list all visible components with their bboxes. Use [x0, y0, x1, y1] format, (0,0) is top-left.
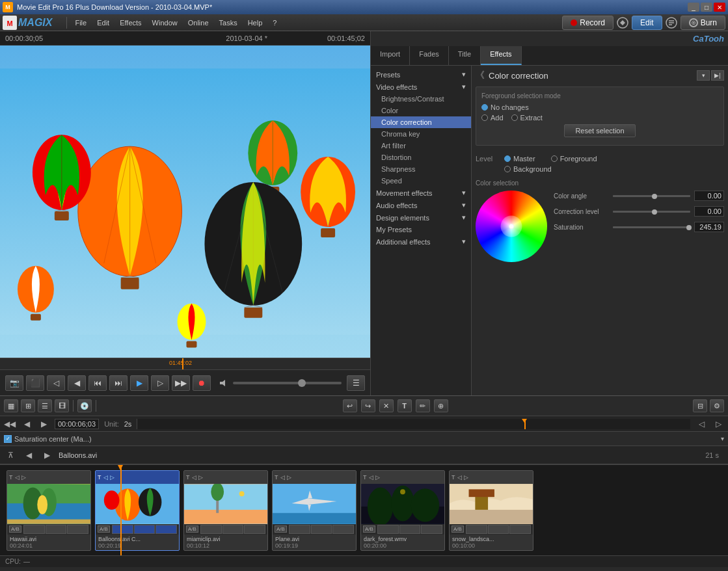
prev-btn[interactable]: ◀: [68, 375, 86, 391]
snap-btn[interactable]: ⊟: [693, 399, 707, 412]
radio-extract[interactable]: Extract: [511, 114, 543, 122]
saturation-slider[interactable]: [613, 226, 690, 228]
tab-import[interactable]: Import: [371, 46, 410, 65]
kf-ruler[interactable]: [137, 419, 690, 429]
reset-selection-button[interactable]: Reset selection: [564, 124, 635, 137]
next-frame-btn[interactable]: ▷: [151, 375, 169, 391]
clip-header-hawaii: T ◁ ▷: [7, 471, 90, 484]
prev-frame-btn[interactable]: ◁: [47, 375, 65, 391]
mouse-btn[interactable]: ⊕: [434, 399, 448, 412]
clip-balloons[interactable]: T ◁ ▷ A/B: [95, 470, 180, 551]
color-wheel-dot[interactable]: [509, 224, 514, 229]
sidebar-item-chroma-key[interactable]: Chroma key: [371, 128, 471, 140]
design-elements-group[interactable]: Design elements ▾: [371, 211, 471, 224]
movement-effects-group[interactable]: Movement effects ▾: [371, 187, 471, 199]
settings-btn[interactable]: ⚙: [710, 399, 724, 412]
my-presets-group[interactable]: My Presets: [371, 224, 471, 235]
menu-online[interactable]: Online: [183, 18, 214, 28]
menu-effects[interactable]: Effects: [115, 18, 146, 28]
menu-tasks[interactable]: Tasks: [214, 18, 243, 28]
scrubber-bar[interactable]: 01:45:02: [0, 358, 370, 369]
record-icon: [616, 16, 629, 29]
correction-level-slider[interactable]: [613, 211, 690, 213]
menu-question[interactable]: ?: [267, 18, 282, 28]
menu-file[interactable]: File: [70, 18, 92, 28]
menu-help[interactable]: Help: [243, 18, 268, 28]
sat-dropdown-btn[interactable]: ▾: [721, 435, 724, 442]
sat-checkbox[interactable]: ✓: [4, 435, 12, 443]
saturation-thumb[interactable]: [686, 225, 692, 230]
camera-btn[interactable]: 📷: [5, 375, 23, 391]
sidebar-item-brightness[interactable]: Brightness/Contrast: [371, 93, 471, 105]
volume-thumb[interactable]: [298, 379, 306, 387]
sidebar-item-art-filter[interactable]: Art filter: [371, 140, 471, 152]
cc-dropdown-arrows: ▾ ▶|: [697, 70, 724, 81]
clip-plane[interactable]: T ◁ ▷ A/B: [272, 470, 357, 551]
kf-scroll-right-btn[interactable]: ▷: [712, 418, 724, 430]
back-btn[interactable]: ⏮: [88, 375, 107, 391]
clip-snow[interactable]: T ◁ ▷ A/B: [449, 470, 533, 551]
svg-rect-39: [7, 519, 90, 524]
tab-title[interactable]: Title: [449, 46, 481, 65]
sidebar-item-speed[interactable]: Speed: [371, 175, 471, 187]
effects-disc-btn[interactable]: 💿: [77, 399, 92, 412]
additional-effects-group[interactable]: Additional effects ▾: [371, 235, 471, 248]
clip-hawaii[interactable]: T ◁ ▷ A/B: [7, 470, 91, 551]
camera-view-btn[interactable]: 🎞: [55, 399, 69, 412]
nav-collapse-btn[interactable]: ⊼: [4, 449, 17, 461]
text-btn[interactable]: T: [398, 399, 412, 412]
radio-foreground[interactable]: Foreground: [551, 155, 597, 163]
kf-back-btn[interactable]: ◀◀: [4, 418, 16, 430]
burn-button[interactable]: ◎ Burn: [681, 16, 725, 30]
list-view-btn[interactable]: ☰: [38, 399, 52, 412]
end-btn[interactable]: ⏭: [109, 375, 128, 391]
video-effects-group[interactable]: Video effects ▾: [371, 81, 471, 93]
storyboard-view-btn[interactable]: ▦: [4, 399, 18, 412]
tab-effects[interactable]: Effects: [481, 46, 521, 65]
timeline-view-btn[interactable]: ⊞: [21, 399, 35, 412]
nav-next-btn[interactable]: ▶: [40, 449, 53, 461]
maximize-button[interactable]: □: [701, 3, 712, 12]
sidebar-item-distortion[interactable]: Distortion: [371, 152, 471, 163]
kf-scroll-left-btn[interactable]: ◁: [695, 418, 707, 430]
menu-transport-btn[interactable]: ☰: [347, 375, 365, 391]
clip-miami[interactable]: T ◁ ▷ A/B: [183, 470, 268, 551]
record-button[interactable]: Record: [562, 16, 613, 30]
menu-edit[interactable]: Edit: [92, 18, 115, 28]
clip-btn[interactable]: ⬛: [26, 375, 44, 391]
color-angle-slider[interactable]: [613, 195, 690, 197]
close-button[interactable]: ✕: [714, 3, 725, 12]
color-wheel[interactable]: [476, 191, 547, 262]
radio-background[interactable]: Background: [504, 165, 552, 173]
clip-forest[interactable]: T ◁ ▷ A/B: [360, 470, 445, 551]
kf-prev-btn[interactable]: ◀: [21, 418, 33, 430]
redo-btn[interactable]: ↪: [361, 399, 375, 412]
correction-level-thumb[interactable]: [652, 209, 657, 215]
sidebar-item-sharpness[interactable]: Sharpness: [371, 163, 471, 175]
volume-slider[interactable]: [233, 382, 342, 384]
delete-btn[interactable]: ✕: [379, 399, 394, 412]
radio-no-changes[interactable]: No changes: [481, 103, 529, 111]
radio-add[interactable]: Add: [481, 114, 504, 122]
sidebar-item-color-correction[interactable]: Color correction: [371, 116, 471, 128]
edit-mode-button[interactable]: Edit: [632, 16, 662, 30]
pencil-btn[interactable]: ✏: [416, 399, 430, 412]
sidebar-item-color[interactable]: Color: [371, 105, 471, 116]
minimize-button[interactable]: _: [688, 3, 699, 12]
next-btn[interactable]: ▶▶: [172, 375, 190, 391]
record-transport-btn[interactable]: ⏺: [193, 375, 211, 391]
undo-btn[interactable]: ↩: [343, 399, 357, 412]
radio-master[interactable]: Master: [504, 155, 535, 163]
audio-effects-group[interactable]: Audio effects ▾: [371, 199, 471, 211]
play-button[interactable]: ▶: [130, 375, 148, 391]
back-arrows-btn[interactable]: 《: [476, 70, 485, 81]
kf-next-btn[interactable]: ▶: [38, 418, 49, 430]
presets-group[interactable]: Presets ▾: [371, 68, 471, 81]
timecode-left: 00:00:30;05: [5, 34, 166, 42]
cc-dropdown-btn[interactable]: ▾: [697, 70, 710, 81]
menu-window[interactable]: Window: [147, 18, 183, 28]
nav-prev-btn[interactable]: ◀: [22, 449, 35, 461]
cc-next-btn[interactable]: ▶|: [711, 70, 724, 81]
color-angle-thumb[interactable]: [652, 194, 657, 199]
tab-fades[interactable]: Fades: [410, 46, 449, 65]
